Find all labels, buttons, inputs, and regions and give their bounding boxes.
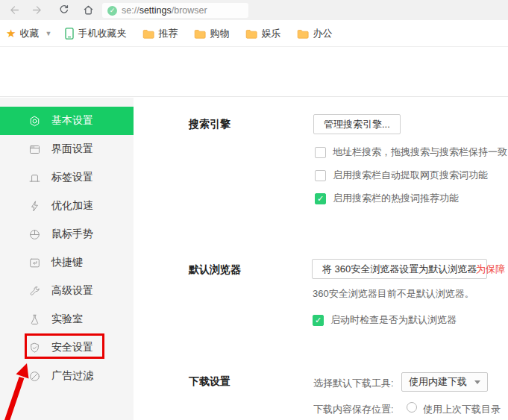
favorites-button[interactable]: 收藏	[19, 27, 39, 40]
sidebar-item-label: 高级设置	[51, 284, 93, 298]
checkbox-row-addressbar-search: 地址栏搜索，拖拽搜索与搜索栏保持一致	[315, 145, 507, 159]
sidebar-item-label: 鼠标手势	[51, 228, 93, 241]
section-label-default-browser: 默认浏览器	[189, 263, 241, 277]
sidebar-item-tab-settings[interactable]: 标签设置	[0, 163, 134, 192]
checkbox-startup-check[interactable]	[313, 315, 324, 326]
bookmark-folder-entertainment[interactable]: 娱乐	[245, 27, 280, 40]
folder-icon	[142, 28, 154, 39]
checkbox-label: 启动时检查是否为默认浏览器	[330, 313, 457, 327]
default-browser-status-text: 360安全浏览器目前不是默认浏览器。	[313, 287, 474, 301]
mouse-icon	[28, 228, 41, 241]
lightning-icon	[28, 200, 41, 213]
wrench-icon	[28, 285, 41, 298]
settings-sidebar: 基本设置 界面设置 标签设置 优化加速 鼠标手势 快捷键 高级设置 实验室 安全…	[0, 98, 134, 420]
sidebar-item-shortcuts[interactable]: 快捷键	[0, 248, 134, 277]
sidebar-item-label: 安全设置	[51, 341, 93, 354]
checkbox-label: 启用搜索栏的热搜词推荐功能	[333, 192, 459, 205]
checkbox-label: 地址栏搜索，拖拽搜索与搜索栏保持一致	[333, 145, 507, 159]
sidebar-item-ad-filter[interactable]: 广告过滤	[0, 362, 134, 390]
flask-icon	[28, 313, 41, 326]
enter-key-icon	[28, 257, 41, 269]
folder-icon	[245, 28, 257, 39]
chevron-down-icon	[474, 380, 480, 384]
checkbox-label: 启用搜索栏自动提取网页搜索词功能	[333, 169, 488, 182]
radio-label-last-download-dir: 使用上次下载目录	[423, 403, 501, 416]
sidebar-item-lab[interactable]: 实验室	[0, 305, 134, 333]
checkbox-hot-words[interactable]	[315, 193, 326, 204]
sidebar-item-label: 广告过滤	[51, 369, 93, 383]
favorites-label: 收藏	[19, 27, 39, 40]
refresh-icon[interactable]	[52, 1, 75, 19]
sidebar-item-interface-settings[interactable]: 界面设置	[0, 135, 134, 163]
secure-site-icon: ✓	[107, 6, 117, 16]
bookmark-label: 推荐	[158, 27, 178, 40]
bookmark-label: 办公	[313, 27, 332, 40]
download-tool-label: 选择默认下载工具:	[313, 377, 394, 390]
sidebar-item-label: 快捷键	[51, 256, 83, 269]
bookmark-folder-office[interactable]: 办公	[297, 27, 332, 40]
bookmark-label: 购物	[210, 27, 229, 40]
settings-header: 选项	[0, 47, 508, 97]
gear-icon	[28, 115, 41, 128]
browser-toolbar: ✓ se://settings/browser	[0, 0, 508, 20]
sidebar-item-label: 基本设置	[51, 114, 93, 128]
shield-check-icon	[28, 342, 41, 354]
sidebar-item-label: 标签设置	[51, 171, 93, 184]
block-icon	[28, 370, 41, 383]
sidebar-item-advanced-settings[interactable]: 高级设置	[0, 277, 134, 305]
download-tool-dropdown[interactable]: 使用内建下载	[401, 372, 488, 392]
section-label-download: 下载设置	[189, 375, 231, 389]
checkbox-auto-extract[interactable]	[315, 170, 326, 181]
bookmark-label: 手机收藏夹	[78, 27, 126, 40]
bookmark-folder-recommend[interactable]: 推荐	[142, 27, 178, 40]
sidebar-item-security-settings[interactable]: 安全设置	[0, 333, 134, 362]
default-browser-warning-text: 为保障	[476, 263, 505, 276]
tab-icon	[28, 172, 41, 184]
checkbox-row-startup-check: 启动时检查是否为默认浏览器	[313, 313, 457, 327]
home-icon[interactable]	[77, 1, 99, 19]
folder-icon	[194, 28, 206, 39]
sidebar-item-basic-settings[interactable]: 基本设置	[0, 107, 134, 135]
favorites-dropdown-caret-icon[interactable]: ▼	[45, 30, 51, 37]
manage-search-engines-button[interactable]: 管理搜索引擎...	[313, 114, 401, 134]
settings-content: 搜索引擎 管理搜索引擎... 地址栏搜索，拖拽搜索与搜索栏保持一致 启用搜索栏自…	[134, 98, 508, 420]
set-default-browser-button[interactable]: 将 360安全浏览器设置为默认浏览器	[312, 259, 487, 279]
back-icon[interactable]	[3, 1, 25, 19]
download-tool-value: 使用内建下载	[409, 375, 467, 389]
bookmark-folder-shopping[interactable]: 购物	[194, 27, 229, 40]
favorites-star-icon[interactable]: ★	[6, 27, 16, 40]
sidebar-item-mouse-gestures[interactable]: 鼠标手势	[0, 220, 134, 248]
section-label-search-engine: 搜索引擎	[189, 118, 231, 131]
bookmarks-bar: ★ 收藏 ▼ 手机收藏夹 推荐 购物 娱乐 办公	[0, 20, 508, 47]
sidebar-item-optimization[interactable]: 优化加速	[0, 192, 134, 220]
forward-icon[interactable]	[25, 1, 48, 19]
checkbox-row-auto-extract: 启用搜索栏自动提取网页搜索词功能	[315, 169, 488, 182]
checkbox-row-hot-words: 启用搜索栏的热搜词推荐功能	[315, 192, 459, 205]
folder-icon	[297, 28, 309, 39]
phone-icon	[65, 28, 74, 40]
bookmark-label: 娱乐	[261, 27, 280, 40]
radio-last-download-dir[interactable]	[407, 402, 417, 413]
sidebar-item-label: 界面设置	[51, 142, 93, 156]
url-text: se://settings/browser	[122, 5, 207, 16]
address-bar[interactable]: ✓ se://settings/browser	[102, 3, 248, 18]
sidebar-item-label: 优化加速	[51, 199, 93, 213]
checkbox-addressbar-search[interactable]	[315, 147, 326, 158]
sidebar-item-label: 实验室	[51, 313, 83, 326]
window-icon	[28, 143, 41, 156]
bookmark-item-mobile-favorites[interactable]: 手机收藏夹	[65, 27, 126, 40]
download-location-label: 下载内容保存位置:	[313, 403, 394, 416]
